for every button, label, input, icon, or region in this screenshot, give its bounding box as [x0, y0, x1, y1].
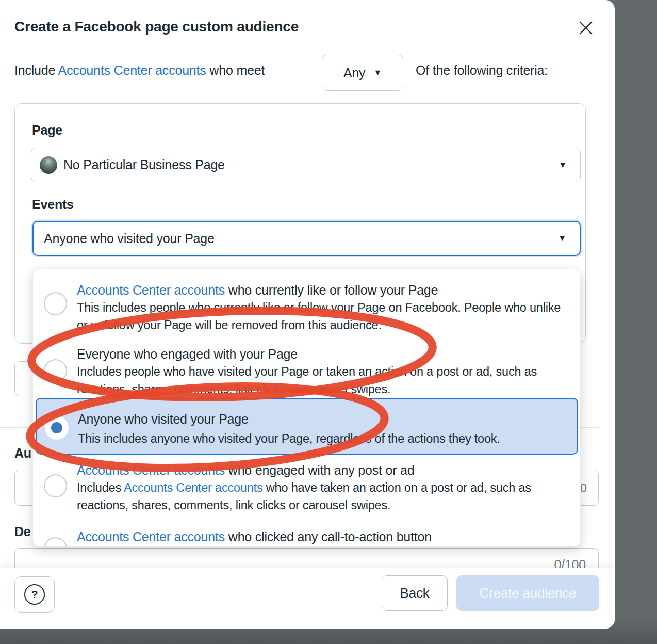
radio-selected-icon[interactable]	[45, 416, 69, 440]
accounts-center-link[interactable]: Accounts Center accounts	[58, 63, 206, 77]
dropdown-option-engaged-post-ad[interactable]: Accounts Center accounts who engaged wit…	[77, 462, 567, 514]
include-statement: Include Accounts Center accounts who mee…	[14, 63, 265, 78]
caret-down-icon: ▼	[558, 234, 566, 243]
caret-down-icon: ▼	[373, 69, 382, 77]
include-middle: who meet	[206, 63, 265, 77]
dropdown-option-visited-page-selected[interactable]: Anyone who visited your Page This includ…	[36, 398, 578, 455]
description-label: De	[14, 524, 31, 539]
dropdown-option-engaged-page[interactable]: Everyone who engaged with your Page Incl…	[77, 346, 567, 398]
help-button[interactable]: ?	[14, 576, 55, 613]
events-select-value: Anyone who visited your Page	[44, 231, 215, 246]
events-select[interactable]: Anyone who visited your Page ▼	[32, 221, 581, 256]
page-title: Create a Facebook page custom audience	[14, 19, 299, 35]
include-prefix: Include	[14, 63, 58, 77]
selected-option-text: Anyone who visited your Page This includ…	[78, 411, 568, 448]
help-icon: ?	[24, 584, 45, 605]
match-type-dropdown[interactable]: Any ▼	[322, 55, 403, 91]
radio-unselected-icon[interactable]	[44, 359, 67, 382]
dropdown-option-clicked-cta[interactable]: Accounts Center accounts who clicked any…	[77, 529, 567, 546]
page-label: Page	[32, 123, 62, 138]
page-select-value: No Particular Business Page	[63, 157, 225, 172]
caret-down-icon: ▼	[559, 161, 567, 169]
page-avatar	[40, 156, 57, 174]
match-type-value: Any	[343, 66, 365, 81]
radio-unselected-icon[interactable]	[44, 474, 67, 497]
include-suffix: Of the following criteria:	[416, 63, 548, 78]
close-button[interactable]	[577, 19, 595, 37]
create-audience-modal: Create a Facebook page custom audience I…	[0, 0, 615, 629]
radio-unselected-icon[interactable]	[44, 292, 67, 315]
page-select[interactable]: No Particular Business Page ▼	[31, 148, 581, 182]
modal-footer: ? Back Create audience	[0, 568, 615, 629]
audience-name-label: Au	[14, 446, 31, 461]
radio-unselected-icon[interactable]	[44, 537, 67, 547]
close-icon	[577, 19, 595, 37]
back-button[interactable]: Back	[382, 575, 448, 611]
create-audience-button-disabled[interactable]: Create audience	[456, 575, 599, 611]
screenshot-root: { "icons": { "caret_down": "▼", "help": …	[0, 0, 657, 644]
audience-name-counter: 0	[580, 481, 587, 495]
events-label: Events	[32, 197, 74, 212]
dropdown-option-likes-follows[interactable]: Accounts Center accounts who currently l…	[77, 282, 567, 334]
events-dropdown-panel: Accounts Center accounts who currently l…	[32, 269, 581, 547]
